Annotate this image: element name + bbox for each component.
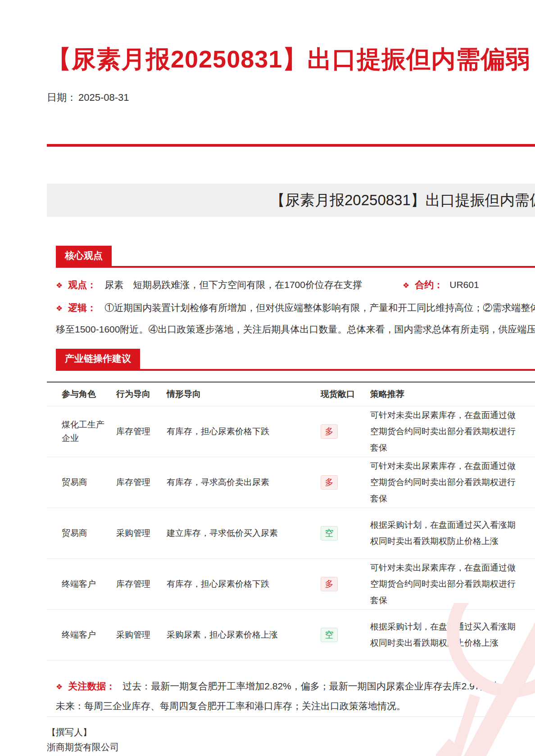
col-header-strategy: 策略推荐 bbox=[370, 387, 535, 401]
cell-action: 采购管理 bbox=[116, 526, 167, 540]
diamond-bullet-icon: ❖ bbox=[56, 281, 63, 290]
cell-situation: 建立库存，寻求低价买入尿素 bbox=[167, 526, 321, 540]
footer-author: 苏金鹏（Z0020388） bbox=[47, 755, 535, 756]
viewpoint-label: 观点： bbox=[68, 279, 96, 290]
cell-action: 库存管理 bbox=[116, 476, 167, 489]
footer-author-heading: 【撰写人】 bbox=[47, 725, 535, 740]
cell-exposure: 空 bbox=[321, 526, 370, 540]
table-row: 贸易商 采购管理 建立库存，寻求低价买入尿素 空 根据采购计划，在盘面通过买入看… bbox=[47, 508, 535, 559]
footer-company: 浙商期货有限公司 bbox=[47, 740, 535, 755]
cell-strategy: 可针对未卖出尿素库存，在盘面通过做 空期货合约同时卖出部分看跌期权进行 套保 bbox=[370, 407, 535, 456]
cell-strategy: 可针对未卖出尿素库存，在盘面通过做 空期货合约同时卖出部分看跌期权进行 套保 bbox=[370, 458, 535, 507]
diamond-bullet-icon: ❖ bbox=[403, 281, 409, 290]
cell-exposure: 多 bbox=[321, 424, 370, 439]
cell-strategy: 可针对未卖出尿素库存，在盘面通过做 空期货合约同时卖出部分看跌期权进行 套保 bbox=[370, 560, 535, 608]
focus-data-text: 过去：最新一期复合肥开工率增加2.82%，偏多；最新一期国内尿素企业库存去库2.… bbox=[56, 681, 535, 711]
cell-role: 煤化工生产企业 bbox=[62, 418, 112, 445]
table-row: 煤化工生产企业 库存管理 有库存，担心尿素价格下跌 多 可针对未卖出尿素库存，在… bbox=[47, 406, 535, 457]
cell-exposure: 空 bbox=[321, 628, 370, 642]
focus-data-paragraph: ❖关注数据：过去：最新一期复合肥开工率增加2.82%，偏多；最新一期国内尿素企业… bbox=[56, 677, 535, 716]
contract-group: ❖合约：UR601 bbox=[403, 279, 479, 291]
cell-situation: 有库存，担心尿素价格下跌 bbox=[167, 425, 321, 438]
viewpoint-row: ❖观点：尿素 短期易跌难涨，但下方空间有限，在1700价位存在支撑 ❖合约：UR… bbox=[56, 279, 535, 291]
col-header-action: 行为导向 bbox=[116, 387, 167, 401]
table-row: 终端客户 采购管理 采购尿素，担心尿素价格上涨 空 根据采购计划，在盘面通过买入… bbox=[47, 610, 535, 661]
cell-action: 库存管理 bbox=[116, 577, 167, 591]
article-banner: 【尿素月报20250831】出口提振但内需偏弱，短期易跌难涨 bbox=[47, 184, 535, 217]
report-footer: 【撰写人】 浙商期货有限公司 苏金鹏（Z0020388） 【咨询电话】 bbox=[47, 725, 535, 756]
cell-strategy: 根据采购计划，在盘面通过买入看涨期 权同时卖出看跌期权防止价格上涨 bbox=[370, 619, 535, 651]
cell-action: 库存管理 bbox=[116, 425, 167, 438]
col-header-role: 参与角色 bbox=[62, 387, 116, 401]
logic-label: 逻辑： bbox=[68, 302, 96, 313]
focus-data-label: 关注数据： bbox=[68, 681, 115, 691]
section-chain-advice: 产业链操作建议 bbox=[56, 349, 535, 371]
diamond-bullet-icon: ❖ bbox=[56, 683, 63, 691]
cell-role: 终端客户 bbox=[62, 577, 112, 591]
cell-situation: 采购尿素，担心尿素价格上涨 bbox=[167, 628, 321, 642]
cell-exposure: 多 bbox=[321, 577, 370, 591]
cell-situation: 有库存，寻求高价卖出尿素 bbox=[167, 476, 321, 489]
cell-situation: 有库存，担心尿素价格下跌 bbox=[167, 577, 321, 591]
exposure-badge-short: 空 bbox=[321, 526, 338, 540]
logic-paragraph: ❖逻辑：①近期国内装置计划检修有所增加，但对供应端整体影响有限，产量和开工同比维… bbox=[56, 297, 535, 340]
cell-role: 贸易商 bbox=[62, 476, 112, 489]
section-core-viewpoint: 核心观点 bbox=[56, 246, 535, 268]
page-title: 【尿素月报20250831】出口提振但内需偏弱，短期易跌难涨 bbox=[47, 44, 535, 75]
cell-role: 终端客户 bbox=[62, 628, 112, 642]
cell-strategy: 根据采购计划，在盘面通过买入看涨期 权同时卖出看跌期权防止价格上涨 bbox=[370, 517, 535, 549]
date-label: 日期： bbox=[47, 92, 77, 103]
red-divider-rule bbox=[47, 144, 535, 147]
contract-value: UR601 bbox=[449, 279, 479, 290]
table-row: 终端客户 库存管理 有库存，担心尿素价格下跌 多 可针对未卖出尿素库存，在盘面通… bbox=[47, 559, 535, 610]
table-header-row: 参与角色 行为导向 情形导向 现货敞口 策略推荐 bbox=[47, 382, 535, 406]
col-header-exposure: 现货敞口 bbox=[321, 387, 370, 401]
report-page: 【尿素月报20250831】出口提振但内需偏弱，短期易跌难涨 日期：2025-0… bbox=[0, 0, 535, 756]
footer-divider bbox=[47, 716, 535, 717]
cell-action: 采购管理 bbox=[116, 628, 167, 642]
exposure-badge-short: 空 bbox=[321, 628, 338, 642]
table-row: 贸易商 库存管理 有库存，寻求高价卖出尿素 多 可针对未卖出尿素库存，在盘面通过… bbox=[47, 457, 535, 508]
exposure-badge-long: 多 bbox=[321, 424, 338, 439]
report-date: 日期：2025-08-31 bbox=[47, 91, 535, 104]
cell-role: 贸易商 bbox=[62, 526, 112, 540]
diamond-bullet-icon: ❖ bbox=[56, 304, 63, 313]
exposure-badge-long: 多 bbox=[321, 475, 338, 490]
date-value: 2025-08-31 bbox=[78, 92, 129, 103]
core-viewpoint-heading: 核心观点 bbox=[56, 246, 112, 266]
advice-table: 参与角色 行为导向 情形导向 现货敞口 策略推荐 煤化工生产企业 库存管理 有库… bbox=[47, 382, 535, 661]
logic-text: ①近期国内装置计划检修有所增加，但对供应端整体影响有限，产量和开工同比维持高位；… bbox=[56, 302, 535, 334]
viewpoint-text: 尿素 短期易跌难涨，但下方空间有限，在1700价位存在支撑 bbox=[104, 279, 362, 290]
exposure-badge-long: 多 bbox=[321, 577, 338, 591]
banner-title: 【尿素月报20250831】出口提振但内需偏弱，短期易跌难涨 bbox=[270, 192, 535, 208]
cell-exposure: 多 bbox=[321, 475, 370, 490]
col-header-situation: 情形导向 bbox=[167, 387, 321, 401]
chain-advice-heading: 产业链操作建议 bbox=[56, 349, 140, 369]
contract-label: 合约： bbox=[415, 279, 443, 290]
